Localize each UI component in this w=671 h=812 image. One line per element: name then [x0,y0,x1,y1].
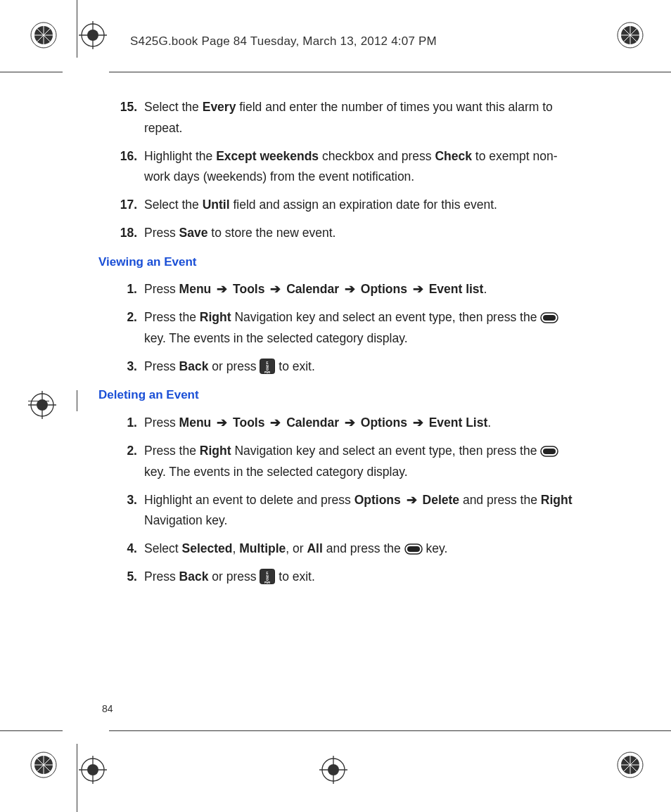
text: and press the [459,493,541,507]
bold-text: Except weekends [216,149,319,163]
arrow-icon: ➔ [264,282,286,296]
step-item: 1.Press Menu ➔ Tools ➔ Calendar ➔ Option… [102,413,580,434]
text: Press [144,569,179,584]
text: Press [144,359,179,373]
step-number: 15. [102,97,144,118]
bold-text: Delete [423,493,460,507]
crop-line [109,730,671,731]
crop-line [109,72,671,72]
arrow-icon: ➔ [407,282,429,296]
text: , or [286,541,307,555]
bold-text: Save [179,226,208,240]
step-body: Press Menu ➔ Tools ➔ Calendar ➔ Options … [144,279,580,300]
step-body: Press the Right Navigation key and selec… [144,441,580,483]
arrow-icon: ➔ [339,282,361,296]
text: Navigation key. [144,513,227,527]
page: S425G.book Page 84 Tuesday, March 13, 20… [0,0,671,812]
step-item: 16.Highlight the Except weekends checkbo… [102,146,580,188]
text: key. The events in the selected category… [144,465,408,479]
bold-text: Options [361,282,407,296]
bold-text: Right [200,310,231,324]
svg-text:PWR: PWR [264,581,271,584]
step-number: 5. [102,567,144,588]
bold-text: Calendar [286,282,339,296]
target-mark-icon [79,21,100,42]
bold-text: All [307,541,322,555]
text: Select the [144,100,203,114]
steps-list-continued: 15.Select the Every field and enter the … [102,97,580,244]
step-number: 4. [102,539,144,560]
bold-text: Options [361,415,407,430]
page-number: 84 [102,703,113,714]
step-body: Press Back or press ENDPWR to exit. [144,356,580,378]
arrow-icon: ➔ [407,415,429,430]
text: Select [144,541,182,555]
step-item: 17.Select the Until field and assign an … [102,195,580,216]
bold-text: Event List [429,415,488,430]
arrow-icon: ➔ [211,282,233,296]
step-body: Select Selected, Multiple, or All and pr… [144,539,580,560]
target-mark-icon [319,756,340,777]
text: and press the [323,541,404,555]
text: or press [208,569,260,584]
step-item: 15.Select the Every field and enter the … [102,97,580,139]
bold-text: Until [203,198,230,212]
target-mark-icon [28,391,49,412]
bold-text: Menu [179,415,212,430]
crop-line [0,72,63,72]
text: Press [144,226,179,240]
bold-text: Right [541,493,573,507]
crop-line [77,744,77,812]
step-number: 3. [102,490,144,511]
text: Highlight the [144,149,216,163]
text: Highlight an event to delete and press [144,493,354,507]
text: key. [423,541,448,555]
step-number: 18. [102,223,144,244]
registration-mark-icon [616,751,644,779]
crop-tick [77,390,77,411]
bold-text: Check [435,149,472,163]
arrow-icon: ➔ [264,415,286,430]
crop-line [0,730,63,731]
text: checkbox and press [319,149,435,163]
step-item: 2.Press the Right Navigation key and sel… [102,307,580,349]
bold-text: Right [200,444,231,458]
step-number: 17. [102,195,144,216]
step-number: 2. [102,307,144,328]
text: Navigation key and select an event type,… [231,310,541,324]
text: Select the [144,198,203,212]
bold-text: Every [203,100,236,114]
text: Press the [144,310,200,324]
svg-text:PWR: PWR [264,371,271,374]
text: . [483,282,487,296]
text: to exit. [275,359,314,373]
text: Press [144,282,179,296]
bold-text: Calendar [286,415,339,430]
step-body: Highlight the Except weekends checkbox a… [144,146,580,188]
text: key. The events in the selected category… [144,331,408,345]
registration-mark-icon [30,21,58,49]
bold-text: Event list [429,282,484,296]
bold-text: Selected [182,541,233,555]
section-title-viewing: Viewing an Event [98,252,580,273]
text: , [232,541,239,555]
bold-text: Options [354,493,404,507]
bold-text: Back [179,569,209,584]
bold-text: Menu [179,282,212,296]
bold-text: Tools [233,282,264,296]
registration-mark-icon [30,751,58,779]
end-pwr-key-icon: ENDPWR [260,359,275,374]
svg-rect-50 [407,546,420,552]
step-item: 3.Highlight an event to delete and press… [102,490,580,532]
svg-rect-41 [543,315,556,321]
end-pwr-key-icon: ENDPWR [260,569,275,584]
text: or press [208,359,260,373]
text: Press the [144,444,200,458]
step-body: Highlight an event to delete and press O… [144,490,580,532]
step-number: 1. [102,413,144,434]
target-mark-icon [79,756,100,777]
steps-list-viewing: 1.Press Menu ➔ Tools ➔ Calendar ➔ Option… [102,279,580,377]
step-body: Select the Every field and enter the num… [144,97,580,139]
text: to store the new event. [207,226,336,240]
arrow-icon: ➔ [211,415,233,430]
